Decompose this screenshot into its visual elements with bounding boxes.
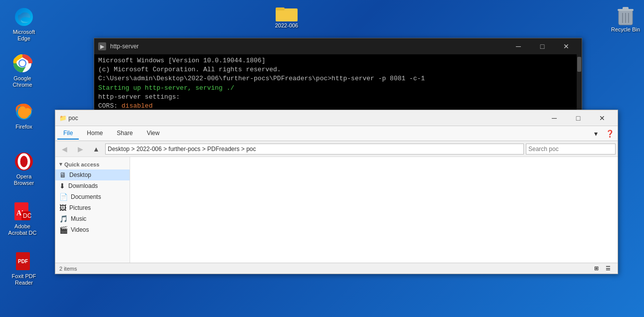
pictures-nav-icon: 🖼 xyxy=(59,204,66,212)
sidebar-item-documents[interactable]: 📄 Documents xyxy=(55,191,130,202)
firefox-icon-desktop[interactable]: Firefox xyxy=(4,100,44,132)
svg-rect-16 xyxy=(276,7,285,10)
cmd-icon: ▶ xyxy=(98,42,106,50)
ribbon-tab-home[interactable]: Home xyxy=(81,128,109,140)
sidebar-item-downloads[interactable]: ⬇ Downloads xyxy=(55,180,130,191)
cmd-line: http-server settings: xyxy=(98,93,578,102)
explorer-ribbon: File Home Share View ▾ ❓ xyxy=(55,126,618,141)
foxit-label: Foxit PDF Reader xyxy=(6,273,42,286)
sidebar-item-pictures[interactable]: 🖼 Pictures xyxy=(55,202,130,213)
explorer-sidebar: ▾ Quick access 🖥 Desktop ⬇ Downloads 📄 D… xyxy=(55,157,130,263)
address-bar[interactable] xyxy=(105,144,524,155)
view-buttons: ⊞ ☰ xyxy=(591,264,614,273)
explorer-maximize-button[interactable]: □ xyxy=(567,111,590,125)
back-button[interactable]: ◀ xyxy=(57,143,71,155)
explorer-body: ▾ Quick access 🖥 Desktop ⬇ Downloads 📄 D… xyxy=(55,157,618,263)
folder-icon-image xyxy=(276,4,298,22)
explorer-minimize-button[interactable]: ─ xyxy=(543,111,566,125)
sidebar-header-quick: ▾ Quick access xyxy=(55,159,130,169)
acrobat-icon-image: Ai DC xyxy=(12,201,32,221)
cmd-maximize-button[interactable]: □ xyxy=(531,38,554,54)
svg-point-7 xyxy=(19,155,29,168)
opera-icon-image xyxy=(14,152,34,171)
ribbon-tab-view[interactable]: View xyxy=(141,128,165,140)
firefox-icon-image xyxy=(14,102,34,122)
videos-nav-icon: 🎬 xyxy=(59,226,68,234)
documents-nav-label: Documents xyxy=(71,193,101,200)
recycle-bin-icon[interactable]: Recycle Bin xyxy=(606,2,644,34)
explorer-close-button[interactable]: ✕ xyxy=(591,111,614,125)
desktop-nav-icon: 🖥 xyxy=(59,171,66,179)
cmd-close-button[interactable]: ✕ xyxy=(555,38,578,54)
cmd-scrollbar-thumb xyxy=(577,57,581,72)
forward-button[interactable]: ▶ xyxy=(73,143,87,155)
cmd-titlebar: ▶ http-server ─ □ ✕ xyxy=(94,38,582,54)
edge-icon-desktop[interactable]: Microsoft Edge xyxy=(4,5,44,44)
cmd-title: http-server xyxy=(110,43,139,50)
cmd-minimize-button[interactable]: ─ xyxy=(507,38,530,54)
ribbon-collapse-button[interactable]: ▾ xyxy=(590,128,602,140)
recycle-bin-label: Recycle Bin xyxy=(611,26,640,32)
folder-2022-006-label: 2022-006 xyxy=(275,22,299,28)
quick-access-arrow: ▾ xyxy=(59,161,62,167)
downloads-nav-icon: ⬇ xyxy=(59,182,65,190)
music-nav-label: Music xyxy=(71,215,86,222)
cmd-line: Microsoft Windows [Version 10.0.19044.18… xyxy=(98,56,578,65)
explorer-main xyxy=(130,157,618,263)
svg-rect-19 xyxy=(623,7,629,10)
chrome-label: Google Chrome xyxy=(4,75,40,88)
cmd-line: (c) Microsoft Corporation. All rights re… xyxy=(98,65,578,74)
foxit-icon-image: PDF xyxy=(14,251,34,271)
foxit-icon-desktop[interactable]: PDF Foxit PDF Reader xyxy=(4,249,44,288)
sidebar-item-videos[interactable]: 🎬 Videos xyxy=(55,224,130,235)
explorer-statusbar: 2 items ⊞ ☰ xyxy=(55,263,618,274)
opera-icon-desktop[interactable]: Opera Browser xyxy=(4,150,44,188)
explorer-title: 📁 poc xyxy=(59,115,78,122)
explorer-titlebar: 📁 poc ─ □ ✕ xyxy=(55,110,618,126)
list-view-button[interactable]: ☰ xyxy=(603,264,614,273)
status-item-count: 2 items xyxy=(59,266,77,272)
sidebar-item-desktop[interactable]: 🖥 Desktop xyxy=(55,169,130,180)
opera-label: Opera Browser xyxy=(6,173,42,186)
search-bar[interactable] xyxy=(526,144,616,155)
up-button[interactable]: ▲ xyxy=(89,143,103,155)
cmd-titlebar-left: ▶ http-server xyxy=(98,42,139,50)
pictures-nav-label: Pictures xyxy=(69,204,91,211)
explorer-toolbar: ◀ ▶ ▲ xyxy=(55,141,618,157)
documents-nav-icon: 📄 xyxy=(59,193,68,201)
edge-icon-image xyxy=(14,7,34,27)
downloads-nav-label: Downloads xyxy=(68,182,98,189)
cmd-controls: ─ □ ✕ xyxy=(507,38,578,54)
edge-label: Microsoft Edge xyxy=(6,29,42,42)
explorer-window: 📁 poc ─ □ ✕ File Home Share View ▾ ❓ ◀ ▶… xyxy=(55,110,618,274)
cmd-line: Starting up http-server, serving ./ xyxy=(98,84,578,93)
quick-access-label: Quick access xyxy=(64,161,99,167)
ribbon-tab-file[interactable]: File xyxy=(57,128,79,140)
chrome-icon-desktop[interactable]: Google Chrome xyxy=(2,51,42,90)
sidebar-item-music[interactable]: 🎵 Music xyxy=(55,213,130,224)
folder-2022-006[interactable]: 2022-006 xyxy=(267,2,307,30)
acrobat-icon-desktop[interactable]: Ai DC Adobe Acrobat DC xyxy=(2,199,42,238)
svg-text:PDF: PDF xyxy=(18,259,28,264)
videos-nav-label: Videos xyxy=(71,226,89,233)
grid-view-button[interactable]: ⊞ xyxy=(591,264,602,273)
desktop-nav-label: Desktop xyxy=(69,171,91,178)
svg-text:DC: DC xyxy=(23,212,32,219)
recycle-icon-image xyxy=(616,4,636,26)
ribbon-tab-share[interactable]: Share xyxy=(111,128,139,140)
svg-point-4 xyxy=(19,60,25,66)
cmd-line: C:\Users\admin\Desktop\2022-006\further-… xyxy=(98,74,578,83)
firefox-label: Firefox xyxy=(15,124,32,130)
ribbon-help-button[interactable]: ❓ xyxy=(604,128,616,140)
music-nav-icon: 🎵 xyxy=(59,215,68,223)
explorer-controls: ─ □ ✕ xyxy=(543,111,614,125)
acrobat-label: Adobe Acrobat DC xyxy=(4,223,40,236)
chrome-icon-image xyxy=(12,53,32,73)
